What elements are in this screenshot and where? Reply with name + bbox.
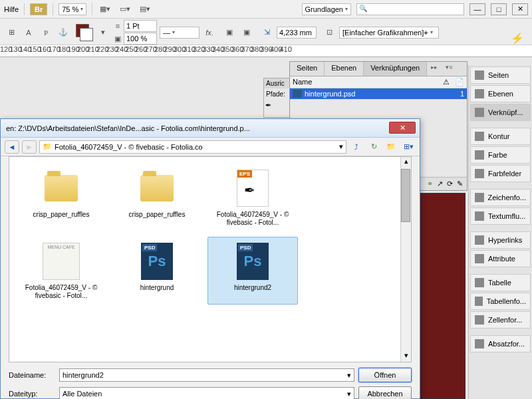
fx-icon[interactable]: fx. bbox=[202, 25, 217, 40]
file-item[interactable]: MENU CAFEFotolia_46072459_V - © fivebasi… bbox=[16, 237, 106, 305]
scrollbar[interactable]: ▴ ▾ bbox=[400, 157, 411, 362]
links-header: Name ⚠ 📄 bbox=[290, 76, 467, 88]
panel-verknpf[interactable]: Verknüpf... bbox=[470, 104, 531, 121]
wrap-none-icon[interactable]: ▣ bbox=[222, 25, 237, 40]
file-label: crisp_paper_ruffles bbox=[129, 211, 186, 219]
view-options-icon[interactable]: ▦▾ bbox=[98, 2, 112, 17]
cancel-button[interactable]: Abbrechen bbox=[358, 386, 412, 399]
align-panel-title: Ausric bbox=[264, 78, 291, 88]
maximize-button[interactable]: □ bbox=[491, 3, 507, 15]
stroke-style-dropdown[interactable]: — bbox=[160, 27, 200, 39]
stroke-weight-icon: ≡ bbox=[113, 21, 122, 31]
scroll-up-icon[interactable]: ▴ bbox=[401, 157, 411, 168]
open-button[interactable]: Öffnen bbox=[358, 368, 412, 382]
frame-type-dropdown[interactable]: [Einfacher Grafikrahmen]+ bbox=[339, 27, 439, 39]
crop-icon[interactable]: ⇲ bbox=[259, 25, 274, 40]
zoom-dropdown[interactable]: 75 % bbox=[59, 3, 86, 15]
dialog-title-text: en: Z:\DVDs\Arbeitsdateien\Stefan\InDe..… bbox=[6, 124, 414, 132]
stroke-dropdown-icon[interactable]: ▾ bbox=[96, 25, 110, 40]
close-button[interactable]: ✕ bbox=[512, 3, 528, 15]
update-link-icon[interactable]: ⟳ bbox=[447, 180, 453, 188]
panel-ebenen[interactable]: Ebenen bbox=[470, 85, 531, 102]
filetype-combo[interactable]: Alle Dateien▾ bbox=[59, 387, 354, 399]
bridge-button[interactable]: Br bbox=[30, 3, 47, 15]
edit-original-icon[interactable]: ✎ bbox=[457, 180, 463, 188]
links-header-name: Name bbox=[293, 78, 443, 86]
paragraph-icon[interactable]: P bbox=[39, 25, 53, 40]
char-icon[interactable]: A bbox=[21, 25, 36, 40]
file-item[interactable]: EPS✒Fotolia_46072459_V - © fivebasic - F… bbox=[207, 164, 298, 231]
panel-zeichenfo[interactable]: Zeichenfo... bbox=[470, 189, 531, 206]
screen-mode-icon[interactable]: ▭▾ bbox=[118, 2, 132, 17]
panel-label: Farbe bbox=[488, 151, 507, 159]
file-grid: crisp_paper_rufflescrisp_paper_rufflesEP… bbox=[9, 157, 400, 362]
right-panel-dock: SeitenEbenenVerknüpf...KonturFarbeFarbfe… bbox=[468, 65, 532, 399]
panel-textumflu[interactable]: Textumflu... bbox=[470, 207, 531, 225]
panel-tabelle[interactable]: Tabelle bbox=[470, 274, 531, 291]
address-bar[interactable]: 📁 Fotolia_46072459_V - © fivebasic - Fot… bbox=[39, 140, 346, 154]
panel-tabellenfo[interactable]: Tabellenfo... bbox=[470, 293, 531, 310]
link-item[interactable]: hintergrund.psd 1 bbox=[290, 88, 467, 99]
measure-input[interactable] bbox=[277, 27, 317, 39]
panel-icon bbox=[475, 70, 484, 80]
file-item[interactable]: PSDPshintergrund2 bbox=[207, 237, 298, 305]
scroll-thumb[interactable] bbox=[401, 169, 410, 222]
file-item[interactable]: PSDPshintergrund bbox=[112, 237, 202, 305]
dialog-titlebar: en: Z:\DVDs\Arbeitsdateien\Stefan\InDe..… bbox=[1, 119, 420, 138]
panel-label: Kontur bbox=[488, 132, 509, 140]
goto-link-icon[interactable]: ↗ bbox=[437, 180, 443, 188]
scale-icon: ▣ bbox=[113, 34, 122, 43]
search-input[interactable] bbox=[356, 3, 464, 15]
pen-icon[interactable]: ✒ bbox=[264, 100, 291, 111]
tab-verknuepfungen[interactable]: Verknüpfungen bbox=[364, 62, 427, 76]
nav-view-icon[interactable]: ⊞▾ bbox=[401, 140, 416, 154]
nav-fwd-button[interactable]: ► bbox=[22, 140, 37, 154]
selection-ref-icon[interactable]: ⊞ bbox=[4, 25, 19, 40]
gpu-icon[interactable]: ⚡ bbox=[511, 32, 524, 45]
relink-icon[interactable]: ⚭ bbox=[427, 180, 433, 188]
panel-icon bbox=[475, 150, 484, 160]
page-column-icon: 📄 bbox=[455, 78, 464, 86]
wrap-bb-icon[interactable]: ▣ bbox=[239, 25, 254, 40]
filename-combo[interactable]: hintergrund2▾ bbox=[59, 368, 354, 382]
panel-kontur[interactable]: Kontur bbox=[470, 128, 531, 145]
nav-newfolder-icon[interactable]: 📁 bbox=[384, 140, 398, 154]
arrange-icon[interactable]: ▤▾ bbox=[138, 2, 152, 17]
panel-icon bbox=[475, 278, 484, 287]
panel-menu-icon[interactable]: ▾≡ bbox=[442, 62, 456, 76]
psd-icon: PSDPs bbox=[137, 241, 177, 281]
nav-up-icon[interactable]: ⤴ bbox=[349, 140, 364, 154]
stroke-weight-input[interactable] bbox=[124, 20, 157, 32]
panel-expand-icon[interactable]: ▸▸ bbox=[427, 62, 442, 76]
panel-farbfelder[interactable]: Farbfelder bbox=[470, 165, 531, 182]
frame-type-icon[interactable]: ⊡ bbox=[322, 25, 336, 40]
filename-label: Dateiname: bbox=[9, 371, 55, 379]
panel-zellenfor[interactable]: Zellenfor... bbox=[470, 311, 531, 329]
panel-hyperlinks[interactable]: Hyperlinks bbox=[470, 231, 531, 249]
panel-absatzfor[interactable]: Absatzfor... bbox=[470, 335, 531, 352]
fill-stroke-swatch[interactable] bbox=[76, 24, 93, 41]
file-item[interactable]: crisp_paper_ruffles bbox=[16, 164, 106, 231]
panel-icon bbox=[475, 193, 484, 202]
scroll-down-icon[interactable]: ▾ bbox=[401, 351, 411, 362]
file-item[interactable]: crisp_paper_ruffles bbox=[112, 164, 202, 231]
help-menu[interactable]: Hilfe bbox=[4, 5, 19, 13]
dialog-close-button[interactable]: ✕ bbox=[389, 122, 416, 134]
panel-icon bbox=[475, 169, 484, 178]
panel-attribute[interactable]: Attribute bbox=[470, 250, 531, 267]
file-label: Fotolia_46072459_V - © fivebasic - Fotol… bbox=[19, 284, 103, 300]
tab-ebenen[interactable]: Ebenen bbox=[325, 62, 364, 76]
workspace-dropdown[interactable]: Grundlagen bbox=[302, 3, 352, 15]
tab-seiten[interactable]: Seiten bbox=[290, 62, 325, 76]
address-dropdown-icon[interactable]: ▾ bbox=[339, 142, 343, 151]
panel-farbe[interactable]: Farbe bbox=[470, 146, 531, 164]
nav-refresh-icon[interactable]: ↻ bbox=[366, 140, 381, 154]
file-label: hintergrund bbox=[140, 284, 174, 292]
nav-back-button[interactable]: ◄ bbox=[5, 140, 19, 154]
scale-input[interactable] bbox=[124, 33, 157, 45]
panel-seiten[interactable]: Seiten bbox=[470, 66, 531, 84]
anchor-icon[interactable]: ⚓ bbox=[56, 25, 70, 40]
minimize-button[interactable]: — bbox=[469, 3, 485, 15]
panel-icon bbox=[475, 297, 483, 306]
panel-label: Hyperlinks bbox=[488, 236, 522, 244]
